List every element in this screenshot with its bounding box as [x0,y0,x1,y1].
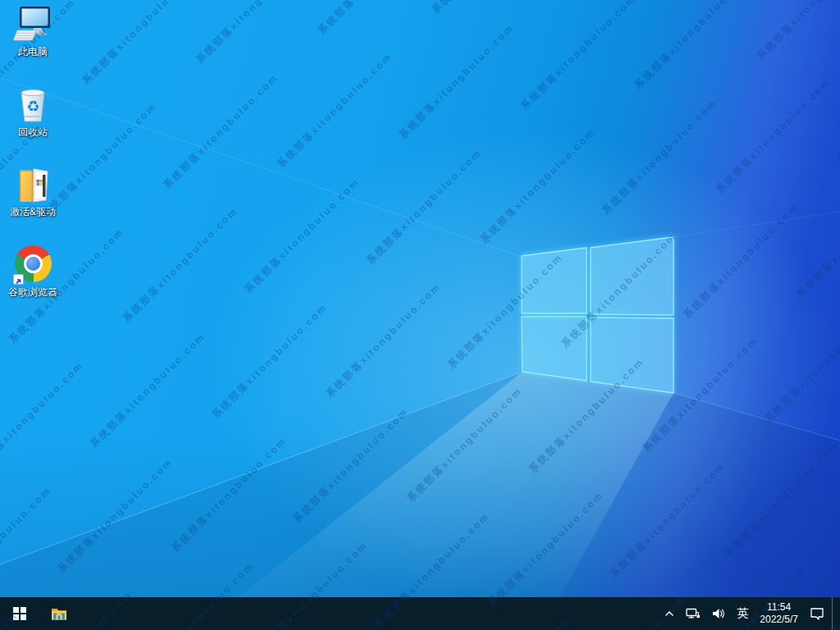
tray-clock[interactable]: 11:54 2022/5/7 [756,597,802,630]
desktop-icon-chrome[interactable]: 谷歌浏览器 [1,244,65,299]
clock-time: 11:54 [760,601,798,614]
windows-start-icon [13,607,26,620]
desktop-icon-recycle-bin[interactable]: ♻ 回收站 [1,85,65,139]
svg-text:♻: ♻ [26,98,39,115]
activation-folder-icon [13,165,52,204]
desktop-icon-label: 激活&驱动 [1,207,65,218]
taskbar-empty-area [79,597,660,630]
desktop-icon-this-pc[interactable]: 此电脑 [1,5,65,58]
chevron-up-icon [664,610,674,617]
network-ethernet-icon [686,608,701,620]
chrome-icon [13,245,52,285]
action-center-button[interactable] [806,597,829,630]
clock-date: 2022/5/7 [760,614,798,626]
network-button[interactable] [682,597,705,630]
light-ray [0,78,522,257]
action-center-icon [810,607,824,620]
light-ray [673,212,840,237]
show-hidden-icons-button[interactable] [660,597,678,630]
desktop-icon-label: 此电脑 [1,47,65,58]
shortcut-arrow-icon [13,274,24,285]
windows-logo [522,237,673,393]
windows-desktop: { "wallpaper": { "watermark_text": "系统部落… [0,0,840,630]
desktop-icon-label: 谷歌浏览器 [1,287,65,299]
system-tray: 英 11:54 2022/5/7 [660,597,840,630]
input-language-indicator[interactable]: 英 [733,597,752,630]
volume-button[interactable] [708,597,729,630]
wallpaper-art [0,0,840,630]
desktop-icon-activation-folder[interactable]: 激活&驱动 [1,165,65,218]
start-button[interactable] [0,597,39,630]
taskbar: 英 11:54 2022/5/7 [0,597,840,630]
show-desktop-button[interactable] [832,597,838,630]
speaker-icon [712,608,725,619]
file-explorer-icon [51,606,67,621]
file-explorer-button[interactable] [39,597,79,630]
this-pc-icon [13,5,52,44]
recycle-bin-icon: ♻ [13,85,52,125]
desktop-icon-label: 回收站 [1,127,65,139]
